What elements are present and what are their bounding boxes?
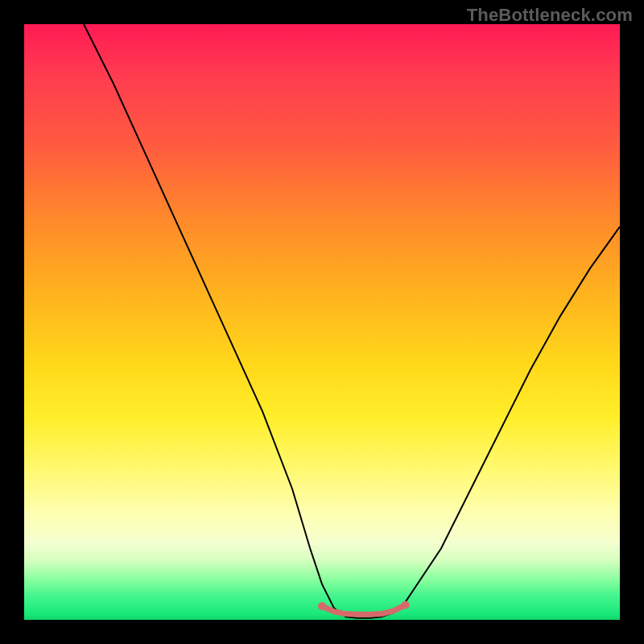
curve-path [84,24,620,618]
marker-path [322,605,406,615]
chart-svg [24,24,620,620]
marker-start-dot [318,602,326,610]
plot-area [24,24,620,620]
marker-end-dot [402,601,410,609]
watermark-text: TheBottleneck.com [467,5,633,26]
chart-stage: TheBottleneck.com [0,0,644,644]
